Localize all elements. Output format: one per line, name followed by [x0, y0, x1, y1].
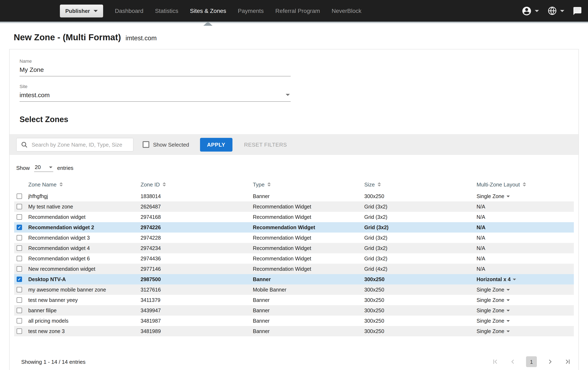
row-checkbox[interactable]	[17, 245, 22, 251]
row-checkbox[interactable]	[17, 329, 22, 334]
zone-name-cell: test new banner yeey	[28, 297, 141, 303]
zone-layout-cell[interactable]: Single Zone	[477, 297, 574, 303]
select-zones-heading: Select Zones	[20, 115, 578, 124]
zone-id-cell: 2987500	[141, 276, 253, 282]
zone-name-cell: all pricing models	[28, 318, 141, 324]
table-row: Recommendation widget 3 2974228 Recommen…	[14, 232, 574, 243]
column-label: Multi-Zone Layout	[477, 181, 520, 188]
row-checkbox[interactable]	[17, 204, 22, 209]
zone-size-cell: 300x250	[364, 276, 477, 282]
column-header-multi-zone-layout[interactable]: Multi-Zone Layout	[477, 181, 574, 188]
zone-type-cell: Recommendation Widget	[253, 245, 364, 251]
zone-layout-cell[interactable]: Single Zone	[477, 193, 574, 199]
publisher-menu-button[interactable]: Publisher	[60, 4, 103, 17]
apply-button[interactable]: APPLY	[200, 138, 232, 151]
row-checkbox-cell	[14, 256, 28, 261]
zone-type-cell: Mobile Banner	[253, 287, 364, 292]
row-checkbox[interactable]	[17, 277, 22, 282]
account-chevron-down-icon[interactable]	[535, 10, 539, 12]
next-page-button[interactable]	[546, 358, 554, 366]
column-label: Size	[364, 181, 375, 188]
table-row: My test native zone 2626487 Recommendati…	[14, 201, 574, 212]
table-header-row: Zone NameZone IDTypeSizeMulti-Zone Layou…	[14, 178, 574, 191]
layout-label: N/A	[477, 214, 485, 220]
zone-layout-cell: N/A	[477, 224, 574, 230]
nav-item-payments[interactable]: Payments	[232, 0, 270, 22]
table-row: banner filipe 3439947 Banner 300x250 Sin…	[14, 305, 574, 316]
page-title-text: New Zone - (Multi Format)	[14, 32, 121, 42]
nav-item-sites-zones[interactable]: Sites & Zones	[184, 0, 232, 22]
zone-size-cell: 300x250	[364, 297, 477, 303]
zone-name-input[interactable]	[20, 65, 291, 76]
zone-name-cell: my awesome mobile banner zone	[28, 287, 141, 292]
row-checkbox[interactable]	[17, 287, 22, 292]
row-checkbox[interactable]	[17, 214, 22, 220]
row-checkbox-cell	[14, 329, 28, 334]
row-checkbox[interactable]	[17, 297, 22, 303]
zone-type-cell: Recommendation Widget	[253, 214, 364, 220]
column-header-zone-id[interactable]: Zone ID	[141, 181, 253, 188]
nav-item-statistics[interactable]: Statistics	[149, 0, 184, 22]
chevron-down-icon	[506, 320, 510, 322]
column-label: Zone Name	[28, 181, 57, 188]
column-header-zone-name[interactable]: Zone Name	[28, 181, 141, 188]
first-page-button[interactable]	[491, 358, 499, 366]
zone-size-cell: Grid (3x2)	[364, 245, 477, 251]
globe-icon[interactable]	[547, 6, 557, 16]
zone-id-cell: 3411379	[141, 297, 253, 303]
previous-page-button[interactable]	[509, 358, 517, 366]
sort-icon	[163, 182, 166, 186]
row-checkbox-cell	[14, 204, 28, 209]
row-checkbox[interactable]	[17, 193, 22, 199]
entries-per-page-select[interactable]: 20	[34, 164, 53, 172]
zone-search-input[interactable]	[32, 141, 129, 148]
row-checkbox-cell	[14, 235, 28, 240]
show-selected-label: Show Selected	[153, 141, 189, 148]
zone-layout-cell[interactable]: Single Zone	[477, 308, 574, 313]
page-title: New Zone - (Multi Format) imtest.com	[0, 32, 588, 42]
zone-card: Name Site imtest.com Select Zones	[9, 49, 579, 370]
nav-item-dashboard[interactable]: Dashboard	[109, 0, 149, 22]
zone-id-cell: 1838014	[141, 193, 253, 199]
zone-name-cell: Recommendation widget 2	[28, 224, 141, 230]
column-header-size[interactable]: Size	[364, 181, 477, 188]
app: Publisher DashboardStatisticsSites & Zon…	[0, 0, 588, 370]
zone-name-cell: Desktop NTV-A	[28, 276, 141, 282]
zone-type-cell: Banner	[253, 297, 364, 303]
zones-table: Zone NameZone IDTypeSizeMulti-Zone Layou…	[14, 178, 574, 336]
row-checkbox[interactable]	[17, 256, 22, 261]
site-select[interactable]: imtest.com	[20, 90, 291, 102]
table-row: test new zone 3 3481989 Banner 300x250 S…	[14, 326, 574, 336]
reset-filters-button[interactable]: RESET FILTERS	[244, 141, 287, 148]
nav-item-referral-program[interactable]: Referral Program	[270, 0, 326, 22]
zone-layout-cell: N/A	[477, 214, 574, 220]
layout-label: Horizontal x 4	[477, 276, 511, 282]
account-circle-icon[interactable]	[522, 6, 532, 16]
current-page-indicator[interactable]: 1	[526, 356, 537, 367]
zone-type-cell: Banner	[253, 308, 364, 313]
row-checkbox-cell	[14, 214, 28, 220]
row-checkbox[interactable]	[17, 235, 22, 240]
chat-icon[interactable]	[573, 6, 582, 16]
row-checkbox[interactable]	[17, 318, 22, 323]
zone-size-cell: 300x250	[364, 328, 477, 334]
zone-layout-cell[interactable]: Single Zone	[477, 318, 574, 324]
entries-row: Show 20 entries	[16, 164, 572, 172]
row-checkbox[interactable]	[17, 308, 22, 313]
last-page-button[interactable]	[564, 358, 572, 366]
row-checkbox[interactable]	[17, 266, 22, 271]
zone-type-cell: Recommendation Widget	[253, 204, 364, 210]
show-selected-checkbox[interactable]	[143, 141, 149, 148]
nav-item-neverblock[interactable]: NeverBlock	[326, 0, 367, 22]
column-header-type[interactable]: Type	[253, 181, 364, 188]
zone-layout-cell[interactable]: Horizontal x 4	[477, 276, 574, 282]
zone-layout-cell[interactable]: Single Zone	[477, 328, 574, 334]
zone-size-cell: Grid (3x2)	[364, 214, 477, 220]
name-label: Name	[20, 59, 291, 63]
zone-layout-cell[interactable]: Single Zone	[477, 287, 574, 292]
language-chevron-down-icon[interactable]	[560, 10, 564, 12]
show-selected-control[interactable]: Show Selected	[143, 141, 189, 148]
layout-label: Single Zone	[477, 318, 504, 324]
row-checkbox-cell	[14, 287, 28, 292]
row-checkbox[interactable]	[17, 225, 22, 230]
